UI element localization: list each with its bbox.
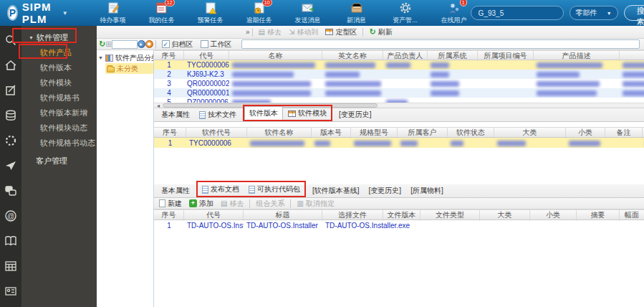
app-logo[interactable]: P SIPM PLM ▼ — [0, 1, 75, 25]
column-header[interactable]: 摘要 — [577, 210, 620, 221]
horizontal-scrollbar[interactable]: ◄ — [154, 103, 644, 108]
tree-refresh-icon[interactable]: ↻ — [99, 39, 105, 49]
search-icon[interactable] — [4, 33, 18, 47]
column-header[interactable]: 选择文件 — [322, 210, 383, 221]
sidebar-item-spec-dynamics[interactable]: 软件规格书动态 — [21, 136, 97, 151]
column-header[interactable]: 英文名称 — [322, 51, 383, 61]
table-row[interactable]: 1 TYC0000006 — [154, 60, 644, 70]
tab-release-documents[interactable]: 发布文档 — [198, 183, 244, 196]
nav-todo[interactable]: 待办事项 — [97, 1, 130, 25]
column-header[interactable]: 代号 — [184, 210, 244, 221]
move-to-button[interactable]: ⇲ 移动到 — [285, 27, 322, 37]
column-header[interactable]: 规格型号 — [351, 128, 398, 138]
table-row[interactable]: 1 TD-AUTO-OS.Instal... TD-AUTO-OS.Instal… — [154, 220, 644, 230]
refresh-button[interactable]: ↻ 刷新 — [365, 27, 395, 37]
column-header[interactable]: 所属项目编号 — [478, 51, 534, 61]
table-row[interactable]: 5 DZ00000006 — [154, 98, 644, 103]
search-input[interactable] — [471, 6, 564, 20]
tab-change-history[interactable]: [变更历史] — [335, 108, 376, 121]
tab-basic-properties[interactable]: 基本属性 — [157, 108, 194, 121]
filter-text-input[interactable] — [241, 39, 640, 49]
workspace-checkbox[interactable]: 工作区 — [197, 39, 236, 49]
tab-version-baseline[interactable]: [软件版本基线] — [308, 184, 364, 197]
column-header[interactable]: 备注 — [605, 128, 643, 138]
tree-collapse-icon[interactable]: ⊞ — [105, 40, 111, 48]
nav-overdue-tasks[interactable]: 10 逾期任务 — [243, 1, 276, 25]
relation-button[interactable]: 组合关系 — [252, 199, 288, 209]
add-button[interactable]: + 添加 — [186, 199, 217, 209]
search-category-select[interactable]: 零部件 ▼ — [569, 6, 618, 20]
sidebar-item-version-add[interactable]: 软件版本新增 — [21, 105, 97, 121]
column-header[interactable]: 序号 — [154, 51, 184, 61]
tree-filter-input[interactable] — [112, 40, 138, 49]
column-header[interactable]: 序号 — [154, 210, 184, 221]
sidebar-group-customer-management[interactable]: 客户管理 — [21, 154, 97, 169]
edit-icon[interactable] — [4, 83, 18, 98]
column-header[interactable]: 小类 — [530, 210, 577, 221]
overflow-chevron-icon[interactable]: » — [246, 28, 250, 36]
nav-send-message[interactable]: 发送消息 — [292, 1, 325, 25]
column-header[interactable]: 产品负责人 — [383, 51, 428, 61]
column-header[interactable]: 名称 — [229, 51, 322, 61]
column-header[interactable]: 软件代号 — [186, 128, 247, 138]
remove-button[interactable]: ▤ 移去 — [255, 27, 285, 37]
tree-root-software-product-category[interactable]: ▼ 软件产品分类 — [97, 52, 153, 63]
table-row[interactable]: 3 QR00000002 — [154, 79, 644, 88]
column-header[interactable]: 大类 — [494, 128, 566, 138]
calendar-icon[interactable] — [4, 259, 18, 273]
column-header[interactable]: 版本号 — [312, 128, 351, 138]
nav-warning-tasks[interactable]: 预警任务 — [194, 1, 227, 25]
tree-node-uncategorized[interactable]: 未分类 — [105, 63, 153, 74]
sidebar-item-software-product[interactable]: 软件产品 — [21, 45, 97, 60]
at-sign-icon[interactable]: @ — [4, 209, 18, 223]
chat-icon[interactable] — [4, 184, 18, 198]
column-header[interactable]: 备注 — [620, 51, 644, 61]
nav-my-tasks[interactable]: 12 我的任务 — [145, 1, 178, 25]
tab-related-material[interactable]: [所属物料] — [406, 184, 448, 197]
column-header[interactable]: 小类 — [566, 128, 605, 138]
tab-basic-properties[interactable]: 基本属性 — [157, 184, 194, 197]
home-icon[interactable] — [4, 58, 18, 72]
column-header[interactable]: 标题 — [244, 210, 322, 221]
id-card-icon[interactable] — [4, 284, 18, 298]
nav-new-message[interactable]: 新消息 — [340, 1, 373, 25]
table-row[interactable]: 2 KJ69J-K2.3 — [154, 70, 644, 79]
cancel-assign-button[interactable]: ▥ 取消指定 — [293, 199, 337, 209]
sidebar-item-module-dynamics[interactable]: 软件模块动态 — [21, 121, 97, 136]
sidebar-item-software-spec[interactable]: 软件规格书 — [21, 90, 97, 105]
column-header[interactable]: 软件名称 — [247, 128, 312, 138]
nav-online-users[interactable]: 1 在线用户 — [438, 1, 471, 25]
tab-technical-files[interactable]: 技术文件 — [195, 108, 241, 121]
tab-change-history[interactable]: [变更历史] — [365, 184, 406, 197]
table-row[interactable]: 1 TYC0000006 — [154, 138, 644, 148]
column-header[interactable]: 序号 — [154, 128, 186, 138]
search-button[interactable]: 搜索 — [624, 5, 644, 21]
sidebar-item-software-version[interactable]: 软件版本 — [21, 60, 97, 75]
book-icon[interactable] — [4, 234, 18, 248]
column-header[interactable]: 文件版本 — [383, 210, 420, 221]
tab-software-version[interactable]: 软件版本 — [244, 106, 283, 120]
table-row[interactable]: 4 QR00000001 — [154, 88, 644, 98]
database-icon[interactable] — [4, 108, 18, 123]
archive-area-checkbox[interactable]: ✓ 归档区 — [158, 39, 197, 49]
column-header[interactable]: 大类 — [480, 210, 530, 221]
tab-executable-package[interactable]: 可执行代码包 — [244, 183, 304, 196]
remove-button[interactable]: ▤ 移去 — [217, 199, 247, 209]
column-header[interactable]: 软件状态 — [448, 128, 494, 138]
tree-search-button[interactable]: ▸ — [138, 40, 145, 48]
column-header[interactable]: 所属客户 — [398, 128, 448, 138]
tree-clear-button[interactable]: ✱ — [145, 40, 153, 48]
column-header[interactable]: 代号 — [184, 51, 229, 61]
sidebar-item-software-module[interactable]: 软件模块 — [21, 75, 97, 90]
new-button[interactable]: 新建 — [155, 199, 186, 209]
tab-software-module[interactable]: 软件模块 — [284, 107, 331, 120]
column-header[interactable]: 产品描述 — [534, 51, 620, 61]
column-header[interactable]: 文件类型 — [420, 210, 480, 221]
fixed-area-button[interactable]: 定型区 — [322, 27, 360, 37]
column-header[interactable]: 幅面 — [620, 210, 644, 221]
column-header[interactable]: 所属系统 — [428, 51, 478, 61]
nav-asset-management[interactable]: 资产管... — [389, 1, 422, 25]
sidebar-group-software-management[interactable]: ▼ 软件管理 — [21, 30, 97, 45]
scroll-left-arrow-icon[interactable]: ◄ — [154, 103, 163, 108]
send-plane-icon[interactable] — [4, 159, 18, 173]
